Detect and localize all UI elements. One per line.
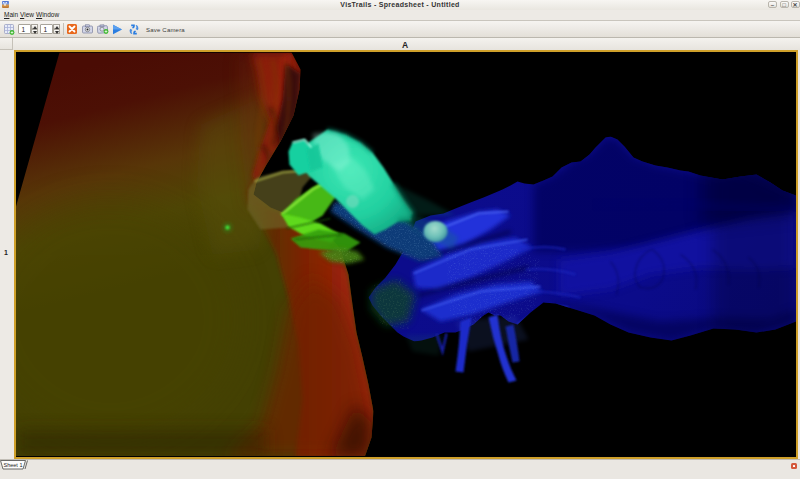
svg-text:Sheet 1: Sheet 1 [4, 462, 23, 468]
